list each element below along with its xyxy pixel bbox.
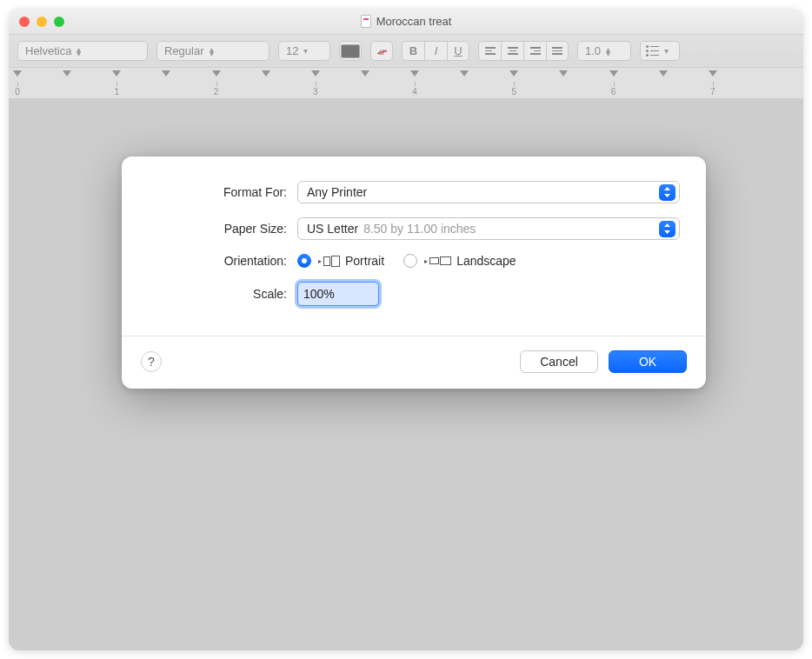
format-for-value: Any Printer bbox=[307, 185, 367, 199]
orientation-label: Orientation: bbox=[148, 254, 297, 268]
ok-button-label: OK bbox=[639, 355, 656, 369]
paper-size-label: Paper Size: bbox=[148, 222, 297, 236]
landscape-icon: ▸ bbox=[424, 256, 451, 265]
orientation-landscape-radio[interactable]: ▸ Landscape bbox=[403, 254, 516, 268]
page-setup-dialog: Format For: Any Printer Paper Size: US L… bbox=[122, 156, 706, 389]
close-window-button[interactable] bbox=[19, 17, 30, 27]
document-icon bbox=[361, 15, 371, 28]
format-for-popup[interactable]: Any Printer bbox=[297, 181, 680, 203]
window-title: Moroccan treat bbox=[376, 15, 452, 28]
popup-arrows-icon bbox=[659, 184, 676, 201]
help-button[interactable]: ? bbox=[141, 351, 162, 372]
minimize-window-button[interactable] bbox=[37, 17, 47, 27]
cancel-button[interactable]: Cancel bbox=[520, 350, 598, 373]
scale-input[interactable] bbox=[297, 282, 379, 306]
paper-size-detail: 8.50 by 11.00 inches bbox=[363, 222, 476, 236]
titlebar: Moroccan treat bbox=[9, 9, 803, 35]
app-window: Moroccan treat Helvetica ▴▾ Regular ▴▾ 1… bbox=[9, 9, 803, 650]
orientation-portrait-radio[interactable]: ▸ Portrait bbox=[297, 254, 384, 268]
zoom-window-button[interactable] bbox=[54, 17, 64, 27]
ok-button[interactable]: OK bbox=[609, 350, 687, 373]
format-for-label: Format For: bbox=[148, 185, 297, 199]
radio-selected-icon bbox=[297, 254, 311, 268]
orientation-landscape-label: Landscape bbox=[456, 254, 516, 268]
scale-label: Scale: bbox=[148, 287, 297, 301]
cancel-button-label: Cancel bbox=[540, 355, 578, 369]
popup-arrows-icon bbox=[659, 221, 676, 237]
orientation-portrait-label: Portrait bbox=[345, 254, 384, 268]
paper-size-popup[interactable]: US Letter 8.50 by 11.00 inches bbox=[297, 217, 680, 240]
paper-size-value: US Letter bbox=[307, 222, 358, 236]
radio-unselected-icon bbox=[403, 254, 417, 268]
help-icon: ? bbox=[148, 355, 155, 369]
portrait-icon: ▸ bbox=[318, 256, 340, 267]
window-controls bbox=[19, 17, 64, 27]
